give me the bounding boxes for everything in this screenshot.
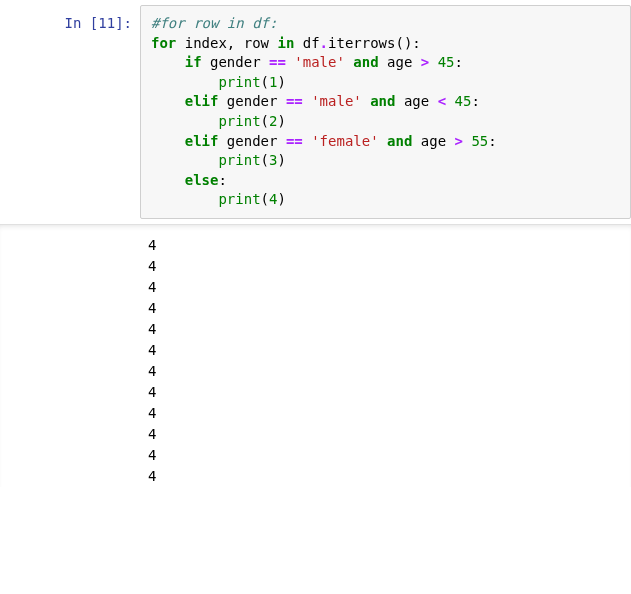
code-token: for [151,35,176,51]
code-token: > [455,133,463,149]
code-token: age [412,133,454,149]
code-token: . [320,35,328,51]
code-token: and [370,93,395,109]
code-token: print [218,74,260,90]
code-line: elif gender == 'female' and age > 55: [151,132,620,152]
code-token: ) [277,113,285,129]
output-cell: 4 4 4 4 4 4 4 4 4 4 4 4 [0,224,631,487]
code-token: print [218,152,260,168]
code-line: #for row in df: [151,14,620,34]
output-prompt-spacer [0,229,140,487]
code-token: elif [185,93,219,109]
code-token: > [421,54,429,70]
code-token: and [387,133,412,149]
code-token: elif [185,133,219,149]
code-token: == [286,133,303,149]
code-token [151,133,185,149]
input-prompt: In [11]: [0,5,140,219]
code-token [151,74,218,90]
code-token [362,93,370,109]
code-token: 'male' [311,93,362,109]
code-token: print [218,191,260,207]
code-token [446,93,454,109]
code-token: ( [261,191,269,207]
code-line: elif gender == 'male' and age < 45: [151,92,620,112]
code-token: 'female' [311,133,378,149]
code-line: print(3) [151,151,620,171]
code-token: ) [277,191,285,207]
code-token: gender [218,133,285,149]
code-token: gender [202,54,269,70]
code-token [151,113,218,129]
code-token: and [353,54,378,70]
code-token: == [269,54,286,70]
code-token: ( [261,113,269,129]
code-token: index, row [176,35,277,51]
code-token: 45 [455,93,472,109]
code-line: print(4) [151,190,620,210]
code-token [151,191,218,207]
code-token [303,93,311,109]
code-token: < [438,93,446,109]
code-line: for index, row in df.iterrows(): [151,34,620,54]
code-token: age [395,93,437,109]
code-token: if [185,54,202,70]
code-content: #for row in df:for index, row in df.iter… [151,14,620,210]
code-token: ) [277,74,285,90]
code-token: 45 [438,54,455,70]
code-token: ) [277,152,285,168]
code-line: print(1) [151,73,620,93]
code-token: df [294,35,319,51]
code-token: 'male' [294,54,345,70]
code-token [303,133,311,149]
code-token [429,54,437,70]
code-token: in [277,35,294,51]
code-line: if gender == 'male' and age > 45: [151,53,620,73]
code-token [151,152,218,168]
code-token: ( [261,152,269,168]
code-token: : [218,172,226,188]
code-token: == [286,93,303,109]
code-cell: In [11]: #for row in df:for index, row i… [0,0,631,224]
code-line: print(2) [151,112,620,132]
code-input-area[interactable]: #for row in df:for index, row in df.iter… [140,5,631,219]
code-line: else: [151,171,620,191]
code-token [151,54,185,70]
code-token: : [471,93,479,109]
code-token: age [379,54,421,70]
code-token: ( [261,74,269,90]
code-token [151,93,185,109]
code-token: else [185,172,219,188]
code-token [151,172,185,188]
code-token: 55 [471,133,488,149]
code-token: gender [218,93,285,109]
output-content: 4 4 4 4 4 4 4 4 4 4 4 4 [140,229,631,487]
code-token: #for row in df: [151,15,277,31]
code-token [379,133,387,149]
code-token: print [218,113,260,129]
code-token: : [488,133,496,149]
code-token: iterrows(): [328,35,421,51]
code-token: : [455,54,463,70]
